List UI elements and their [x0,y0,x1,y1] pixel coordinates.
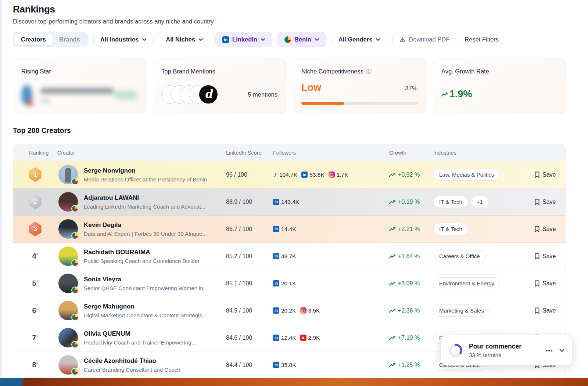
growth-cell: +7.10 % [389,335,433,341]
genders-dropdown-label: All Genders [338,36,373,43]
creator-texts: Adjaratou LAWANILeading LinkedIn Marketi… [84,194,205,210]
industry-pill: Environment & Energy [433,277,500,289]
save-button[interactable]: Save [534,199,566,205]
save-button[interactable]: Save [534,253,566,260]
creator-cell: Olivia QUENUMProductivity Coach and Trai… [57,328,226,347]
save-label: Save [542,307,556,314]
filter-bar: Creators Brands All Industries All Niche… [13,32,499,47]
table-row[interactable]: 6#Serge MahugnonDigital Marketing Consul… [13,297,566,324]
creator-avatar[interactable] [58,328,78,347]
growth-cell: +1.84 % [389,253,433,260]
rank-cell: 3 [13,222,57,237]
creator-texts: Kevin DegilaData and AI Expert | Forbes … [84,221,207,237]
growth-cell: +1.25 % [389,362,433,368]
niches-dropdown-label: All Niches [166,36,195,43]
creator-name[interactable]: Serge Nonvignon [84,167,207,174]
creator-name[interactable]: Cécile Azonhitodé Thiao [84,357,180,365]
creator-name[interactable]: Olivia QUENUM [84,330,196,338]
table-row[interactable]: 3Kevin DegilaData and AI Expert | Forbes… [13,216,566,243]
country-dropdown[interactable]: Benin [277,32,326,47]
linkedin-icon: in [273,335,279,341]
info-icon[interactable]: ⓘ [366,68,372,75]
linkedin-score: 84.9 / 100 [226,307,273,314]
toast-subtitle: 33 % terminé [469,352,521,358]
follower-linkedin: in20.1K [273,280,296,287]
rank-cell: 6# [13,306,57,315]
growth-cell: +0.92 % [389,172,433,178]
creator-avatar[interactable] [58,219,78,239]
niche-percent: 37% [405,85,417,92]
follower-instagram: 1.7K [329,172,348,178]
creator-avatar[interactable] [58,246,78,266]
rank-number: 5# [32,279,38,288]
followers-cell: in35.8K [273,362,389,368]
linkedin-icon: in [273,362,279,368]
save-button[interactable]: Save [534,280,566,287]
rising-star-title: Rising Star [21,68,51,75]
tab-brands[interactable]: Brands [53,34,87,45]
rank-number: 6# [32,306,38,315]
creator-avatar[interactable] [58,165,78,184]
bookmark-icon [534,172,540,178]
creator-avatar[interactable] [58,355,78,375]
follower-linkedin: in20.2K [273,307,296,314]
page-subtitle: Discover top-performing creators and bra… [13,18,214,25]
creator-cell: Sonia VieyraSenior QHSE Consultant Empow… [57,274,226,293]
col-ranking: Ranking [13,150,57,156]
save-button[interactable]: Save [534,172,566,178]
creator-name[interactable]: Kevin Degila [84,221,207,229]
more-options-icon[interactable]: ••• [546,347,553,354]
download-pdf-button[interactable]: Download PDF [392,32,456,47]
rank-number: 8# [32,361,38,369]
creator-cell: Adjaratou LAWANILeading LinkedIn Marketi… [57,192,226,212]
creator-name[interactable]: Serge Mahugnon [84,303,207,310]
creator-texts: Olivia QUENUMProductivity Coach and Trai… [84,330,196,346]
creator-cell: Rachidath BOURAIMAPublic Speaking Coach … [57,246,226,266]
rising-star-card: Rising Star [13,58,146,114]
creator-avatar[interactable] [58,301,78,320]
bookmark-icon [534,307,540,314]
save-label: Save [542,253,556,260]
table-row[interactable]: 4#Rachidath BOURAIMAPublic Speaking Coac… [13,243,566,270]
follower-instagram: 3.5K [300,307,320,314]
table-row[interactable]: 2Adjaratou LAWANILeading LinkedIn Market… [13,188,566,216]
creator-avatar[interactable] [58,192,78,212]
niches-dropdown[interactable]: All Niches [159,32,210,47]
creator-texts: Serge NonvignonMedia Relations Officer a… [84,167,207,183]
industries-cell: Careers & Office [433,250,534,262]
creator-texts: Rachidath BOURAIMAPublic Speaking Coach … [84,249,200,264]
creator-avatar[interactable] [58,274,78,293]
save-label: Save [542,172,556,178]
instagram-icon [300,307,306,314]
tab-creators[interactable]: Creators [14,34,53,45]
instagram-icon [329,172,335,178]
creator-texts: Cécile Azonhitodé ThiaoCareer Branding C… [84,357,180,373]
save-label: Save [542,199,556,205]
creator-name[interactable]: Sonia Vieyra [84,276,208,283]
window-edge [0,0,2,378]
rank-badge: 1 [29,167,42,182]
creator-texts: Serge MahugnonDigital Marketing Consulta… [84,303,207,318]
follower-count: 53.8K [309,172,325,178]
creator-name[interactable]: Rachidath BOURAIMA [84,249,200,256]
bookmark-icon [534,199,540,205]
save-label: Save [542,226,556,232]
follower-count: 143.4K [281,199,299,205]
save-button[interactable]: Save [534,226,566,232]
table-row[interactable]: 5#Sonia VieyraSenior QHSE Consultant Emp… [13,270,566,297]
industries-dropdown[interactable]: All Industries [93,32,154,47]
onboarding-toast[interactable]: Pour commencer 33 % terminé ••• [441,335,572,365]
table-row[interactable]: 1Serge NonvignonMedia Relations Officer … [13,161,566,188]
growth-value: +0.19 % [398,199,420,205]
platform-dropdown[interactable]: in LinkedIn [215,32,272,47]
creator-description: Digital Marketing Consultant & Content S… [84,312,207,318]
creator-name[interactable]: Adjaratou LAWANI [84,194,205,202]
rank-cell: 5# [13,279,57,288]
reset-filters-link[interactable]: Reset Filters [465,36,499,43]
followers-cell: in14.4K [273,226,389,232]
collapse-chevron-icon[interactable] [559,347,565,353]
genders-dropdown[interactable]: All Genders [331,32,388,47]
follower-linkedin: in12.4K [273,335,296,341]
linkedin-score: 86.7 / 100 [226,226,273,232]
save-button[interactable]: Save [534,307,566,314]
